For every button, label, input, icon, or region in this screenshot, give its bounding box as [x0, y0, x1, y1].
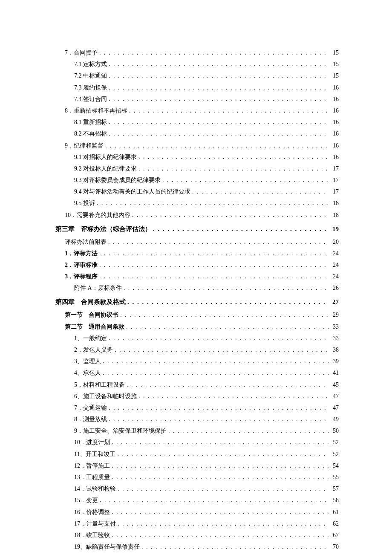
document-page: 7．合同授予. . . . . . . . . . . . . . . . . … [0, 0, 392, 555]
toc-leader-dots: . . . . . . . . . . . . . . . . . . . . … [118, 486, 329, 492]
toc-page-number: 18 [330, 200, 339, 207]
toc-label: 13．工程质量 [74, 474, 110, 481]
toc-label: 9．纪律和监督 [65, 142, 104, 150]
toc-page-number: 39 [330, 358, 339, 365]
toc-leader-dots: . . . . . . . . . . . . . . . . . . . . … [127, 298, 329, 306]
toc-label: 9.3 对评标委员会成员的纪律要求 [74, 176, 161, 184]
toc-page-number: 16 [330, 96, 339, 103]
toc-entry: 2．发包人义务. . . . . . . . . . . . . . . . .… [55, 346, 339, 354]
toc-page-number: 41 [330, 370, 339, 376]
toc-page-number: 27 [330, 298, 339, 306]
toc-entry: 1、一般约定. . . . . . . . . . . . . . . . . … [55, 335, 339, 342]
toc-label: 10．进度计划 [74, 439, 110, 446]
toc-page-number: 16 [330, 84, 339, 91]
toc-entry: 16．价格调整. . . . . . . . . . . . . . . . .… [55, 509, 339, 516]
toc-entry: 评标办法前附表. . . . . . . . . . . . . . . . .… [55, 238, 339, 246]
toc-leader-dots: . . . . . . . . . . . . . . . . . . . . … [112, 532, 329, 539]
toc-label: 19、缺陷责任与保修责任 [74, 543, 140, 551]
toc-page-number: 52 [330, 451, 339, 458]
toc-page-number: 57 [330, 486, 339, 492]
toc-label: 10．需要补充的其他内容 [65, 211, 130, 219]
toc-leader-dots: . . . . . . . . . . . . . . . . . . . . … [117, 451, 329, 458]
toc-entry: 第四章 合同条款及格式. . . . . . . . . . . . . . .… [55, 298, 339, 306]
toc-page-number: 24 [330, 273, 339, 280]
toc-entry: 第一节 合同协议书. . . . . . . . . . . . . . . .… [55, 311, 339, 319]
toc-leader-dots: . . . . . . . . . . . . . . . . . . . . … [99, 250, 329, 257]
toc-page-number: 52 [330, 439, 339, 446]
toc-leader-dots: . . . . . . . . . . . . . . . . . . . . … [126, 324, 329, 330]
toc-leader-dots: . . . . . . . . . . . . . . . . . . . . … [124, 285, 329, 292]
toc-page-number: 47 [330, 393, 339, 400]
toc-entry: 5．材料和工程设备. . . . . . . . . . . . . . . .… [55, 381, 339, 389]
toc-entry: 13．工程质量. . . . . . . . . . . . . . . . .… [55, 474, 339, 481]
toc-page-number: 16 [330, 154, 339, 161]
toc-entry: 7.1 定标方式. . . . . . . . . . . . . . . . … [55, 61, 339, 68]
toc-entry: 10．进度计划. . . . . . . . . . . . . . . . .… [55, 439, 339, 446]
toc-leader-dots: . . . . . . . . . . . . . . . . . . . . … [109, 416, 329, 423]
toc-label: 15．变更 [74, 497, 98, 504]
toc-leader-dots: . . . . . . . . . . . . . . . . . . . . … [129, 107, 329, 114]
toc-label: 第四章 合同条款及格式 [55, 298, 126, 306]
toc-leader-dots: . . . . . . . . . . . . . . . . . . . . … [138, 165, 329, 172]
toc-leader-dots: . . . . . . . . . . . . . . . . . . . . … [115, 347, 329, 353]
toc-entry: 7．交通运输. . . . . . . . . . . . . . . . . … [55, 404, 339, 412]
toc-label: 第三章 评标办法（综合评估法） [55, 225, 151, 233]
toc-entry: 18．竣工验收. . . . . . . . . . . . . . . . .… [55, 532, 339, 539]
toc-leader-dots: . . . . . . . . . . . . . . . . . . . . … [109, 335, 329, 342]
toc-leader-dots: . . . . . . . . . . . . . . . . . . . . … [153, 225, 329, 233]
toc-entry: 3、监理人. . . . . . . . . . . . . . . . . .… [55, 358, 339, 365]
toc-page-number: 15 [330, 72, 339, 79]
toc-entry: 9．施工安全、治安保卫和环境保护. . . . . . . . . . . . … [55, 427, 339, 435]
toc-leader-dots: . . . . . . . . . . . . . . . . . . . . … [109, 72, 329, 79]
toc-entry: 9．纪律和监督. . . . . . . . . . . . . . . . .… [55, 142, 339, 150]
toc-label: 附件 A：废标条件 [74, 284, 122, 292]
toc-page-number: 55 [330, 474, 339, 481]
toc-page-number: 47 [330, 405, 339, 411]
toc-entry: 8.2 不再招标. . . . . . . . . . . . . . . . … [55, 130, 339, 138]
toc-page-number: 38 [330, 347, 339, 353]
toc-leader-dots: . . . . . . . . . . . . . . . . . . . . … [109, 119, 329, 126]
toc-label: 7．交通运输 [74, 404, 107, 412]
toc-page-number: 24 [330, 250, 339, 257]
toc-entry: 1．评标方法. . . . . . . . . . . . . . . . . … [55, 250, 339, 257]
toc-entry: 2．评审标准. . . . . . . . . . . . . . . . . … [55, 261, 339, 269]
toc-entry: 4、承包人. . . . . . . . . . . . . . . . . .… [55, 369, 339, 377]
toc-page-number: 33 [330, 324, 339, 330]
toc-page-number: 70 [330, 543, 339, 550]
toc-label: 9.5 投诉 [74, 199, 95, 207]
toc-entry: 8．重新招标和不再招标. . . . . . . . . . . . . . .… [55, 107, 339, 115]
toc-page-number: 58 [330, 497, 339, 504]
toc-label: 8.2 不再招标 [74, 130, 107, 138]
toc-label: 1、一般约定 [74, 335, 107, 342]
toc-label: 3、监理人 [74, 358, 101, 365]
toc-label: 8．重新招标和不再招标 [65, 107, 127, 115]
table-of-contents: 7．合同授予. . . . . . . . . . . . . . . . . … [55, 49, 339, 551]
toc-leader-dots: . . . . . . . . . . . . . . . . . . . . … [162, 177, 329, 184]
toc-label: 1．评标方法 [65, 250, 98, 257]
toc-page-number: 15 [330, 49, 339, 56]
toc-entry: 9.2 对投标人的纪律要求. . . . . . . . . . . . . .… [55, 165, 339, 173]
toc-entry: 10．需要补充的其他内容. . . . . . . . . . . . . . … [55, 211, 339, 219]
toc-leader-dots: . . . . . . . . . . . . . . . . . . . . … [99, 262, 329, 269]
toc-page-number: 24 [330, 262, 339, 269]
toc-leader-dots: . . . . . . . . . . . . . . . . . . . . … [109, 96, 329, 103]
toc-leader-dots: . . . . . . . . . . . . . . . . . . . . … [141, 543, 329, 550]
toc-label: 9.4 对与评标活动有关的工作人员的纪律要求 [74, 188, 190, 196]
toc-leader-dots: . . . . . . . . . . . . . . . . . . . . … [103, 358, 329, 365]
toc-label: 7．合同授予 [65, 49, 98, 57]
toc-label: 18．竣工验收 [74, 532, 110, 539]
toc-label: 评标办法前附表 [65, 238, 107, 246]
toc-entry: 7.2 中标通知. . . . . . . . . . . . . . . . … [55, 72, 339, 80]
toc-leader-dots: . . . . . . . . . . . . . . . . . . . . … [112, 439, 329, 446]
toc-leader-dots: . . . . . . . . . . . . . . . . . . . . … [103, 370, 329, 376]
toc-label: 16．价格调整 [74, 509, 110, 516]
toc-label: 第二节 通用合同条款 [65, 323, 124, 331]
toc-label: 2．评审标准 [65, 261, 98, 269]
toc-label: 2．发包人义务 [74, 346, 113, 354]
toc-entry: 7.3 履约担保. . . . . . . . . . . . . . . . … [55, 84, 339, 92]
toc-leader-dots: . . . . . . . . . . . . . . . . . . . . … [109, 405, 329, 411]
toc-page-number: 62 [330, 520, 339, 527]
toc-page-number: 16 [330, 119, 339, 126]
toc-page-number: 45 [330, 382, 339, 388]
toc-leader-dots: . . . . . . . . . . . . . . . . . . . . … [109, 61, 329, 68]
